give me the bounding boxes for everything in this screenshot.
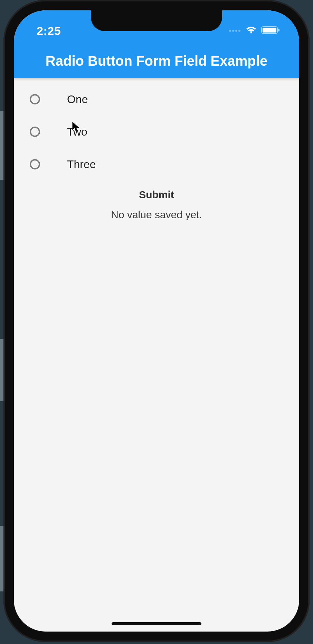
radio-icon bbox=[30, 127, 40, 137]
battery-icon bbox=[261, 26, 281, 36]
submit-button[interactable]: Submit bbox=[139, 189, 174, 201]
svg-point-0 bbox=[229, 30, 231, 32]
wifi-icon bbox=[245, 26, 257, 36]
device-frame: 2:25 bbox=[3, 0, 310, 642]
radio-icon bbox=[30, 159, 40, 169]
home-indicator[interactable] bbox=[112, 622, 201, 625]
svg-point-3 bbox=[238, 30, 240, 32]
svg-rect-5 bbox=[263, 28, 276, 33]
screen: 2:25 bbox=[14, 10, 299, 632]
radio-option-three[interactable]: Three bbox=[30, 148, 283, 181]
device-notch bbox=[91, 10, 222, 31]
content-area: One Two Three Submit No value saved yet. bbox=[14, 78, 299, 632]
svg-point-1 bbox=[232, 30, 234, 32]
app-bar-title: Radio Button Form Field Example bbox=[46, 53, 267, 69]
status-text: No value saved yet. bbox=[30, 209, 283, 221]
radio-option-two[interactable]: Two bbox=[30, 116, 283, 148]
cellular-dots-icon bbox=[229, 28, 241, 34]
app-bar: Radio Button Form Field Example bbox=[14, 44, 299, 78]
radio-option-one[interactable]: One bbox=[30, 83, 283, 116]
radio-label: One bbox=[67, 93, 88, 106]
radio-label: Two bbox=[67, 126, 87, 138]
svg-rect-6 bbox=[278, 29, 279, 31]
radio-label: Three bbox=[67, 158, 96, 171]
svg-point-2 bbox=[235, 30, 237, 32]
status-time: 2:25 bbox=[37, 24, 61, 38]
radio-icon bbox=[30, 94, 40, 104]
